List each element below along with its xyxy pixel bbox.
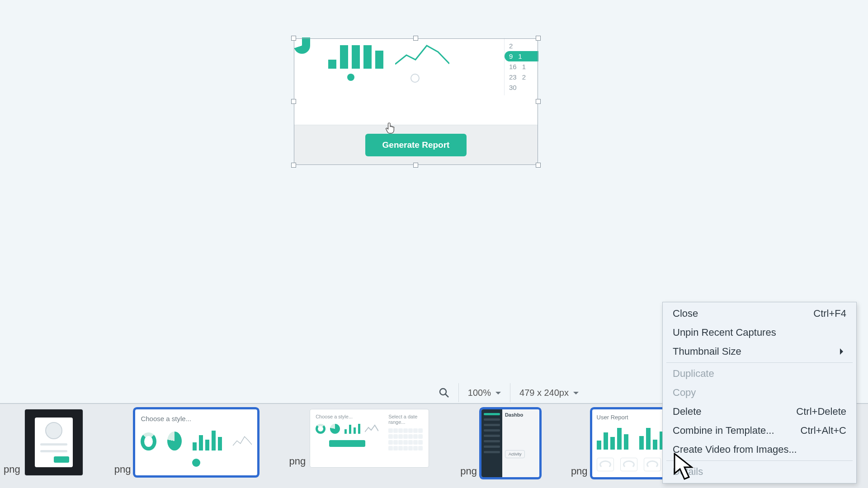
- shortcut: Ctrl+Alt+C: [801, 425, 846, 436]
- dimensions-dropdown[interactable]: 479 x 240px: [510, 383, 588, 402]
- resize-handle-se[interactable]: [536, 163, 541, 168]
- donut-chart-icon: [316, 424, 326, 434]
- menu-item-details[interactable]: Details: [665, 462, 854, 481]
- thumbnail-style-and-date[interactable]: Choose a style... Select a date range...: [310, 409, 429, 467]
- thumbnail-dashboard[interactable]: DashboActivity: [481, 409, 539, 477]
- bar-chart-icon: [344, 423, 360, 434]
- donut-chart-icon: [141, 432, 156, 450]
- chevron-down-icon: [495, 392, 501, 397]
- tray-item[interactable]: png Choose a style... Select a date rang…: [289, 409, 429, 467]
- resize-handle-n[interactable]: [413, 36, 418, 41]
- gauge-icon: [644, 458, 661, 471]
- menu-item-thumbnail-size[interactable]: Thumbnail Size: [665, 342, 854, 361]
- bar-chart-icon: [193, 431, 222, 450]
- resize-handle-ne[interactable]: [536, 36, 541, 41]
- zoom-dropdown[interactable]: 100%: [458, 383, 510, 402]
- selected-image[interactable]: 2 91 161 232 30 Generate Report: [294, 38, 538, 165]
- menu-separator: [666, 460, 853, 461]
- avatar-icon: [45, 422, 62, 439]
- menu-item-delete[interactable]: Delete Ctrl+Delete: [665, 402, 854, 421]
- menu-item-unpin[interactable]: Unpin Recent Captures: [665, 323, 854, 342]
- resize-handle-w[interactable]: [291, 99, 296, 104]
- file-extension: png: [571, 465, 588, 477]
- file-extension: png: [289, 455, 306, 467]
- chevron-down-icon: [573, 392, 579, 397]
- thumbnail-user-report[interactable]: User Report: [592, 409, 673, 477]
- menu-item-create-video[interactable]: Create Video from Images...: [665, 440, 854, 459]
- bar-chart-icon: [597, 427, 628, 450]
- menu-item-combine-template[interactable]: Combine in Template... Ctrl+Alt+C: [665, 421, 854, 440]
- tray-context-menu: Close Ctrl+F4 Unpin Recent Captures Thum…: [662, 302, 857, 483]
- file-extension: png: [114, 464, 131, 475]
- svg-line-1: [445, 394, 448, 397]
- search-icon: [439, 387, 449, 398]
- menu-item-close[interactable]: Close Ctrl+F4: [665, 304, 854, 323]
- file-extension: png: [460, 465, 477, 477]
- shortcut: Ctrl+F4: [813, 308, 846, 319]
- resize-handle-e[interactable]: [536, 99, 541, 104]
- tray-item[interactable]: png User Report: [571, 409, 673, 477]
- tray-item[interactable]: png DashboActivity: [460, 409, 539, 477]
- line-chart-icon: [365, 424, 378, 434]
- menu-item-copy[interactable]: Copy: [665, 383, 854, 402]
- selected-style-dot-icon: [192, 459, 200, 467]
- resize-handle-nw[interactable]: [291, 36, 296, 41]
- thumbnail-profile-card[interactable]: [25, 409, 83, 475]
- sidebar-icon: [481, 409, 502, 477]
- submenu-arrow-icon: [840, 348, 846, 355]
- pie-chart-icon: [330, 424, 340, 434]
- resize-handle-sw[interactable]: [291, 163, 296, 168]
- tray-item[interactable]: png: [4, 409, 83, 475]
- gauge-icon: [620, 458, 637, 471]
- shortcut: Ctrl+Delete: [796, 406, 846, 418]
- line-chart-icon: [233, 432, 252, 450]
- thumbnail-choose-style[interactable]: Choose a style...: [135, 409, 257, 475]
- file-extension: png: [4, 464, 20, 475]
- tray-item[interactable]: png Choose a style...: [114, 409, 258, 475]
- pie-chart-icon: [167, 432, 182, 450]
- zoom-value: 100%: [468, 388, 491, 398]
- menu-separator: [666, 362, 853, 363]
- calendar-icon: [388, 428, 423, 450]
- menu-item-duplicate[interactable]: Duplicate: [665, 364, 854, 383]
- dimensions-value: 479 x 240px: [519, 388, 569, 398]
- search-button[interactable]: [429, 383, 458, 402]
- gauge-icon: [597, 458, 614, 471]
- resize-handle-s[interactable]: [413, 163, 418, 168]
- svg-point-0: [440, 389, 446, 395]
- generate-button-icon: [329, 440, 365, 447]
